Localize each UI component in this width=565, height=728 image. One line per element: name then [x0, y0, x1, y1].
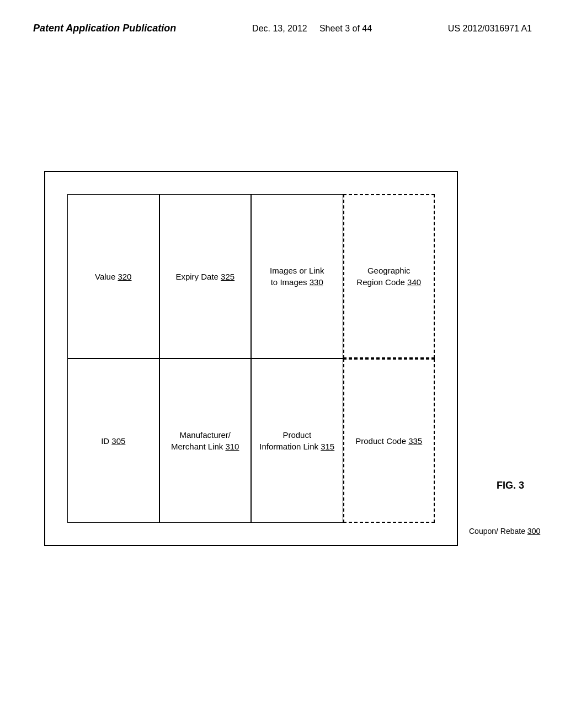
publication-label: Patent Application Publication	[33, 22, 176, 35]
date-sheet-info: Dec. 13, 2012 Sheet 3 of 44	[252, 22, 372, 35]
page-header: Patent Application Publication Dec. 13, …	[0, 22, 565, 35]
figure-label: FIG. 3	[497, 480, 524, 491]
cell-geographic-region: GeographicRegion Code 340	[343, 194, 435, 358]
cell-manufacturer-merchant: Manufacturer/Merchant Link 310	[159, 358, 252, 523]
diagram-grid: Value 320 Expiry Date 325 Images or Link…	[67, 194, 435, 523]
patent-number: US 2012/0316971 A1	[448, 22, 532, 35]
coupon-rebate-label: Coupon/ Rebate 300	[469, 527, 540, 536]
cell-product-code: Product Code 335	[343, 358, 435, 523]
cell-product-info-link: ProductInformation Link 315	[251, 358, 343, 523]
cell-expiry-date: Expiry Date 325	[159, 194, 252, 358]
cell-id: ID 305	[67, 358, 159, 523]
cell-value: Value 320	[67, 194, 159, 358]
cell-images-link: Images or Linkto Images 330	[251, 194, 343, 358]
diagram-box: Value 320 Expiry Date 325 Images or Link…	[44, 171, 458, 546]
